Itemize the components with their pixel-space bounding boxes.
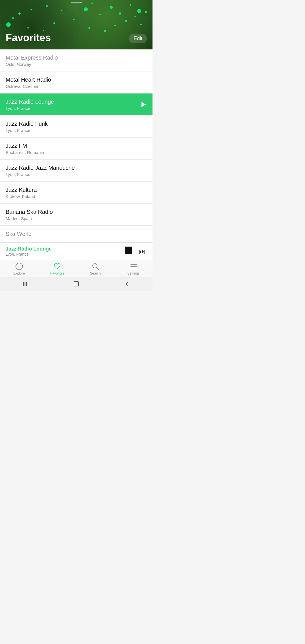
- search-label: Search: [90, 271, 101, 275]
- nav-favorites[interactable]: Favorites: [38, 262, 76, 275]
- svg-rect-9: [26, 282, 27, 286]
- playing-indicator-icon: [140, 101, 147, 108]
- svg-point-1: [16, 263, 23, 270]
- station-item[interactable]: Jazz Radio LoungeLyon, France: [0, 93, 152, 116]
- station-location: Lyon, France: [6, 172, 75, 177]
- fast-forward-icon: ⏭: [139, 247, 146, 255]
- fast-forward-button[interactable]: ⏭: [138, 246, 147, 257]
- settings-icon: [130, 262, 138, 270]
- nav-settings[interactable]: Settings: [114, 262, 152, 275]
- station-item[interactable]: Jazz KulturaKraków, Poland: [0, 182, 152, 204]
- station-item[interactable]: Metal Express RadioOslo, Norway: [0, 49, 152, 71]
- now-playing-location: Lyon, France: [6, 252, 124, 256]
- station-item[interactable]: Banana Ska RadioMadrid, Spain: [0, 204, 152, 226]
- station-location: Madrid, Spain: [6, 216, 53, 221]
- favorites-icon: [53, 262, 61, 270]
- svg-line-3: [97, 267, 99, 269]
- playback-controls: ⏭: [124, 245, 147, 257]
- station-item[interactable]: Jazz Radio FunkLyon, France: [0, 116, 152, 138]
- svg-rect-8: [25, 282, 25, 286]
- station-name: Jazz FM: [6, 142, 44, 149]
- favorites-label: Favorites: [50, 271, 64, 275]
- explore-label: Explore: [13, 271, 25, 275]
- android-menu-button[interactable]: [17, 280, 34, 288]
- android-nav-bar: [0, 277, 152, 291]
- station-name: Metal Express Radio: [6, 54, 58, 61]
- station-item[interactable]: Metal Heart RadioOstrava, Czechia: [0, 71, 152, 93]
- station-name: Metal Heart Radio: [6, 76, 51, 83]
- nav-search[interactable]: Search: [76, 262, 114, 275]
- android-back-button[interactable]: [119, 280, 136, 288]
- svg-rect-7: [23, 282, 24, 286]
- map-header: Favorites Edit: [0, 0, 152, 49]
- station-list: Metal Express RadioOslo, NorwayMetal Hea…: [0, 49, 152, 242]
- page-title: Favorites: [6, 32, 51, 44]
- station-name: Jazz Radio Funk: [6, 120, 48, 127]
- station-location: Oslo, Norway: [6, 62, 58, 67]
- station-location: Kraków, Poland: [6, 194, 37, 199]
- stop-icon: [125, 247, 132, 254]
- settings-label: Settings: [127, 271, 140, 275]
- station-location: Lyon, France: [6, 128, 48, 133]
- stop-button[interactable]: [124, 245, 133, 257]
- station-name: Jazz Radio Lounge: [6, 98, 54, 105]
- edit-button[interactable]: Edit: [129, 34, 147, 43]
- station-item[interactable]: Jazz Radio Jazz ManoucheLyon, France: [0, 160, 152, 182]
- search-icon: [91, 262, 99, 270]
- svg-rect-10: [74, 282, 79, 286]
- station-name: Jazz Kultura: [6, 186, 37, 193]
- station-item[interactable]: Ska World: [0, 226, 152, 242]
- drag-handle: [71, 2, 82, 3]
- station-name: Ska World: [6, 230, 32, 238]
- svg-marker-0: [141, 102, 146, 107]
- station-location: Bucharest, Romania: [6, 150, 44, 155]
- station-item[interactable]: Jazz FMBucharest, Romania: [0, 138, 152, 160]
- station-name: Jazz Radio Jazz Manouche: [6, 164, 75, 171]
- station-name: Banana Ska Radio: [6, 208, 53, 216]
- now-playing-info: Jazz Radio Lounge Lyon, France: [6, 246, 124, 256]
- nav-explore[interactable]: Explore: [0, 262, 38, 275]
- now-playing-bar: Jazz Radio Lounge Lyon, France ⏭: [0, 242, 152, 260]
- android-home-button[interactable]: [68, 280, 85, 288]
- station-location: Lyon, France: [6, 106, 54, 111]
- now-playing-name: Jazz Radio Lounge: [6, 246, 124, 252]
- explore-icon: [15, 262, 23, 270]
- bottom-nav: Explore Favorites Search Settings: [0, 260, 152, 277]
- station-location: Ostrava, Czechia: [6, 84, 51, 89]
